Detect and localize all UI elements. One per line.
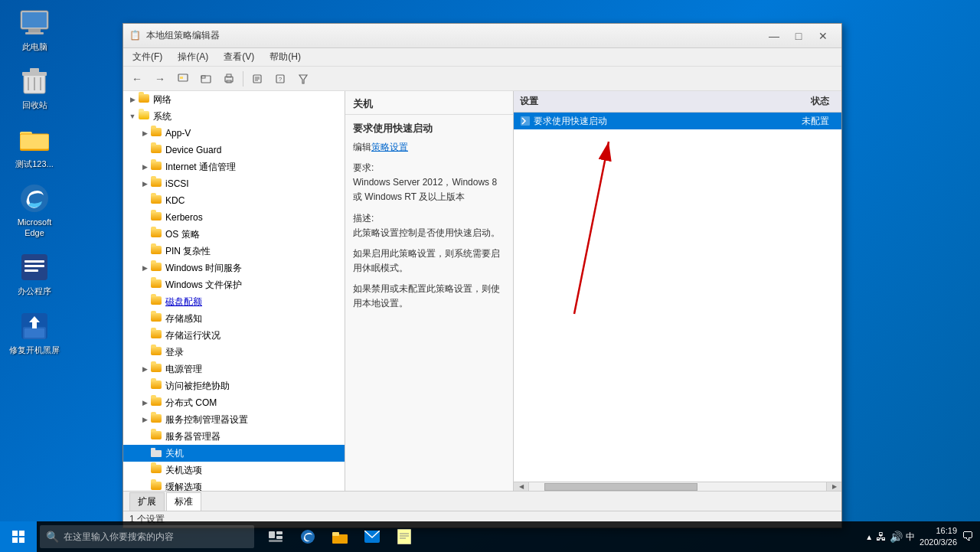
desktop: 此电脑 回收站 <box>0 0 980 552</box>
tree-item-diskquota[interactable]: ▶ 磁盘配额 <box>123 293 345 310</box>
tree-label-servermgr: 服务器管理器 <box>165 430 220 443</box>
tree-expand-wintime[interactable]: ▶ <box>139 262 151 274</box>
toolbar-up[interactable] <box>172 69 194 89</box>
menu-action[interactable]: 操作(A) <box>172 49 214 65</box>
tree-expand-scm[interactable]: ▶ <box>139 413 151 426</box>
tree-item-servermgr[interactable]: ▶ 服务器管理器 <box>123 428 345 445</box>
tree-label-access: 访问被拒绝协助 <box>165 380 230 393</box>
folder-icon-wintime <box>151 263 163 273</box>
tree-item-kdc[interactable]: ▶ KDC <box>123 192 345 209</box>
tree-expand-iscsi[interactable]: ▶ <box>139 178 151 190</box>
desktop-icon-restore[interactable]: 修复开机黑屏 <box>8 311 61 355</box>
tree-panel[interactable]: ▶ 网络 ▼ 系统 ▶ App-V ▶ <box>123 91 345 491</box>
menu-file[interactable]: 文件(F) <box>126 49 168 65</box>
desktop-icon-edge[interactable]: Microsoft Edge <box>8 183 61 239</box>
toolbar-back[interactable]: ← <box>126 69 148 89</box>
tree-item-kerberos[interactable]: ▶ Kerberos <box>123 209 345 226</box>
description-section: 描述: 此策略设置控制是否使用快速启动。 <box>353 211 505 240</box>
svg-rect-1 <box>22 12 47 28</box>
tree-item-winfile[interactable]: ▶ Windows 文件保护 <box>123 276 345 293</box>
folder-icon-scm <box>151 414 163 425</box>
taskbar-edge-icon[interactable] <box>292 521 323 552</box>
folder-icon-mitigation <box>151 482 163 491</box>
tree-expand-system[interactable]: ▼ <box>126 110 139 122</box>
tree-item-pin[interactable]: ▶ PIN 复杂性 <box>123 243 345 260</box>
detail2-text: 如果禁用或未配置此策略设置，则使用本地设置。 <box>353 282 505 311</box>
tree-label-os: OS 策略 <box>165 228 200 241</box>
tree-item-wintime[interactable]: ▶ Windows 时间服务 <box>123 260 345 276</box>
start-button[interactable] <box>0 521 37 552</box>
tree-item-storagestate[interactable]: ▶ 存储运行状况 <box>123 327 345 344</box>
tree-item-appv[interactable]: ▶ App-V <box>123 125 345 142</box>
taskbar-notepad-icon[interactable] <box>389 521 420 552</box>
toolbar-help[interactable]: ? <box>270 69 291 89</box>
tree-expand-distcom[interactable]: ▶ <box>139 397 151 409</box>
toolbar-properties[interactable] <box>247 69 268 89</box>
folder-icon-network <box>139 94 151 105</box>
detail1-section: 如果启用此策略设置，则系统需要启用休眠模式。 <box>353 247 505 276</box>
tree-item-deviceguard[interactable]: ▶ Device Guard <box>123 142 345 158</box>
tree-item-shutdown[interactable]: ▶ 关机 <box>123 445 345 462</box>
tree-item-shutdownopt[interactable]: ▶ 关机选项 <box>123 462 345 479</box>
tree-item-network[interactable]: ▶ 网络 <box>123 91 345 108</box>
tree-label-internet: Internet 通信管理 <box>165 161 236 174</box>
menu-help[interactable]: 帮助(H) <box>263 49 307 65</box>
tree-label-winfile: Windows 文件保护 <box>165 279 242 292</box>
tree-item-access[interactable]: ▶ 访问被拒绝协助 <box>123 377 345 394</box>
taskbar-mail-icon[interactable] <box>357 521 387 552</box>
right-hscrollbar[interactable]: ◀ ▶ <box>514 482 841 491</box>
tree-label-scm: 服务控制管理器设置 <box>165 413 248 426</box>
tree-item-power[interactable]: ▶ 电源管理 <box>123 361 345 377</box>
tree-label-iscsi: iSCSI <box>165 178 189 189</box>
tree-item-login[interactable]: ▶ 登录 <box>123 344 345 361</box>
right-row-fastboot[interactable]: 要求使用快速启动 未配置 <box>514 113 841 129</box>
tree-item-storage[interactable]: ▶ 存储感知 <box>123 310 345 327</box>
tray-up-arrow[interactable]: ▲ <box>865 533 873 541</box>
close-button[interactable]: ✕ <box>811 26 835 46</box>
toolbar-filter[interactable] <box>292 69 314 89</box>
tree-expand-network[interactable]: ▶ <box>126 93 139 106</box>
desktop-icons: 此电脑 回收站 <box>8 8 61 355</box>
toolbar-folder[interactable] <box>195 69 217 89</box>
tab-standard[interactable]: 标准 <box>166 492 201 511</box>
tree-item-mitigation[interactable]: ▶ 缓解选项 <box>123 479 345 491</box>
taskbar: 🔍 在这里输入你要搜索的内容 ▲ 🖧 🔊 <box>0 521 980 552</box>
taskbar-explorer-icon[interactable] <box>325 521 355 552</box>
desktop-icon-app[interactable]: 办公程序 <box>8 252 61 296</box>
edit-link[interactable]: 策略设置 <box>371 142 408 152</box>
tree-label-appv: App-V <box>165 128 191 139</box>
tree-item-distcom[interactable]: ▶ 分布式 COM <box>123 394 345 411</box>
folder-icon-distcom <box>151 397 163 408</box>
tree-item-iscsi[interactable]: ▶ iSCSI <box>123 175 345 192</box>
tree-item-system[interactable]: ▼ 系统 <box>123 108 345 125</box>
toolbar-print[interactable] <box>218 69 240 89</box>
col-status-header: 状态 <box>774 95 835 108</box>
desktop-icon-folder[interactable]: 测试123... <box>8 125 61 169</box>
folder-icon-servermgr <box>151 431 163 442</box>
taskbar-search[interactable]: 🔍 在这里输入你要搜索的内容 <box>40 525 254 548</box>
desktop-icon-recycle-bin[interactable]: 回收站 <box>8 66 61 110</box>
taskbar-clock[interactable]: 16:19 2020/3/26 <box>920 525 957 549</box>
maximize-button[interactable]: □ <box>786 26 811 46</box>
toolbar-forward[interactable]: → <box>149 69 171 89</box>
tab-extend[interactable]: 扩展 <box>129 492 165 511</box>
tree-item-os[interactable]: ▶ OS 策略 <box>123 226 345 243</box>
menu-view[interactable]: 查看(V) <box>217 49 260 65</box>
folder-icon-winfile <box>151 279 163 290</box>
tree-item-scm[interactable]: ▶ 服务控制管理器设置 <box>123 411 345 428</box>
requirements-section: 要求: Windows Server 2012，Windows 8 或 Wind… <box>353 161 505 205</box>
tree-expand-internet[interactable]: ▶ <box>139 161 151 173</box>
requirements-text: Windows Server 2012，Windows 8 或 Windows … <box>353 175 505 204</box>
svg-rect-46 <box>276 531 283 534</box>
tree-expand-power[interactable]: ▶ <box>139 363 151 375</box>
minimize-button[interactable]: — <box>762 26 786 46</box>
folder-icon-deviceguard <box>151 145 163 155</box>
taskbar-task-view[interactable] <box>260 521 291 552</box>
desktop-icon-this-pc[interactable]: 此电脑 <box>8 8 61 52</box>
right-rows: 要求使用快速启动 未配置 <box>514 113 841 482</box>
tray-notification[interactable]: 🗨 <box>962 530 974 544</box>
tree-expand-appv[interactable]: ▶ <box>139 127 151 139</box>
tree-item-internet[interactable]: ▶ Internet 通信管理 <box>123 158 345 175</box>
desktop-icon-this-pc-label: 此电脑 <box>22 41 47 52</box>
tree-label-storage: 存储感知 <box>165 312 202 325</box>
